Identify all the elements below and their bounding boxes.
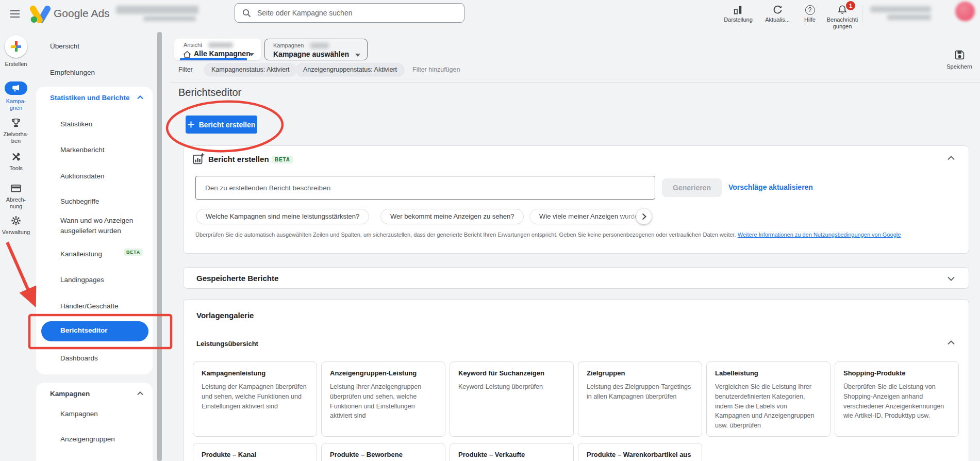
global-search (235, 3, 464, 23)
rail-label-campaigns: Kampa- gnen (0, 98, 32, 111)
sidebar-item-markenbericht[interactable]: Markenbericht (60, 145, 105, 155)
avatar[interactable] (955, 2, 975, 21)
nav-section-campaigns: Kampagnen Kampagnen Anzeigengruppen (36, 383, 153, 461)
template-gallery-panel: Vorlagengalerie Leistungsübersicht Kampa… (183, 299, 969, 461)
rail-item-tools[interactable]: Tools (0, 151, 32, 172)
nav-header-insights[interactable]: Statistiken und Berichte (50, 94, 130, 102)
collapse-section-button[interactable] (948, 339, 955, 347)
credit-card-icon (0, 182, 32, 194)
redacted-user-id (887, 14, 931, 20)
sidebar-item-berichtseditor-label: Berichtseditor (60, 326, 108, 334)
nav-header-campaigns[interactable]: Kampagnen (50, 390, 90, 398)
rail-label-billing: Abrech- nung (0, 196, 32, 210)
template-title: Keyword für Suchanzeigen (458, 369, 565, 377)
megaphone-icon (5, 81, 27, 95)
rail-item-create[interactable]: Erstellen (0, 35, 32, 68)
template-card-produkte-kanal[interactable]: Produkte – Kanal (193, 443, 317, 461)
notification-badge: 1 (846, 1, 855, 10)
template-title: Produkte – Kanal (202, 451, 308, 458)
suggestion-chip-2[interactable]: Wer bekommt meine Anzeigen zu sehen? (380, 209, 524, 224)
chevron-up-icon[interactable] (137, 391, 143, 396)
sidebar-item-suchbegriffe[interactable]: Suchbegriffe (60, 196, 99, 207)
sidebar-item-recommendations[interactable]: Empfehlungen (50, 69, 95, 76)
tools-icon (0, 151, 32, 163)
view-selector-value: Alle Kampagnen (194, 50, 251, 58)
rail-item-campaigns[interactable]: Kampa- gnen (0, 81, 32, 111)
plus-icon (188, 121, 194, 128)
sidebar-item-anzeigengruppen[interactable]: Anzeigengruppen (60, 434, 115, 444)
rail-item-goals[interactable]: Zielvorha- ben (0, 117, 32, 144)
create-report-button[interactable]: Bericht erstellen (186, 116, 257, 134)
template-title: Produkte – Warenkorbartikel aus (587, 451, 693, 458)
notifications-label: Benachrichti gungen (822, 17, 862, 30)
saved-reports-title: Gespeicherte Berichte (196, 274, 278, 283)
suggestion-chip-1[interactable]: Welche Kampagnen sind meine leistungsstä… (196, 209, 369, 224)
template-card-produkte-verkaufte[interactable]: Produkte – Verkaufte (450, 443, 574, 461)
builder-disclaimer: Überprüfen Sie die automatisch ausgewähl… (195, 232, 901, 238)
saved-reports-panel[interactable]: Gespeicherte Berichte (183, 267, 969, 289)
caret-down-icon (249, 53, 254, 56)
report-description-input[interactable] (195, 176, 655, 200)
filter-chip-adgroup-status[interactable]: Anzeigengruppenstatus: Aktiviert (295, 63, 405, 77)
nav-scrollbar[interactable] (157, 32, 162, 461)
sidebar-item-dashboards[interactable]: Dashboards (60, 353, 98, 364)
caret-down-icon (355, 54, 360, 57)
template-card-anzeigengruppen[interactable]: Anzeigengruppen-Leistung Leistung Ihrer … (321, 361, 445, 437)
template-card-zielgruppen[interactable]: Zielgruppen Leistung des Zielgruppen-Tar… (578, 361, 702, 437)
menu-icon[interactable] (8, 8, 22, 21)
content-divider (170, 82, 980, 83)
chevron-up-icon (948, 340, 955, 345)
template-card-produkte-warenkorb[interactable]: Produkte – Warenkorbartikel aus (578, 443, 702, 461)
trophy-icon (0, 117, 32, 129)
create-report-label: Bericht erstellen (199, 121, 256, 129)
template-card-produkte-beworbene[interactable]: Produkte – Beworbene (321, 443, 445, 461)
scroll-suggestions-button[interactable] (636, 209, 652, 224)
rail-label-tools: Tools (0, 165, 32, 172)
template-title: Anzeigengruppen-Leistung (330, 369, 437, 377)
google-ads-app: Google Ads Darstellung Aktualis... ? Hil… (0, 0, 980, 461)
notifications-button[interactable]: 1 Benachrichti gungen (822, 3, 862, 30)
sidebar-item-berichtseditor[interactable]: Berichtseditor (41, 321, 148, 341)
add-filter-button[interactable]: Filter hinzufügen (412, 66, 460, 73)
sidebar-item-kanalleistung[interactable]: Kanalleistung (60, 249, 102, 259)
sidebar-item-auktionsdaten[interactable]: Auktionsdaten (60, 171, 105, 182)
generate-button[interactable]: Generieren (662, 178, 722, 197)
template-title: Shopping-Produkte (843, 369, 950, 377)
chart-appearance-icon (718, 3, 758, 17)
filter-chip-campaign-status[interactable]: Kampagnenstatus: Aktiviert (204, 63, 297, 77)
beta-badge: BETA (272, 156, 293, 163)
rail-item-billing[interactable]: Abrech- nung (0, 182, 32, 210)
view-selector[interactable]: Ansicht Alle Kampagnen (174, 39, 261, 60)
campaign-selector[interactable]: Kampagnen Kampagne auswählen (264, 39, 368, 60)
save-button[interactable]: Speichern (941, 50, 977, 70)
chevron-down-icon (948, 276, 955, 281)
collapse-panel-button[interactable] (948, 154, 955, 162)
chevron-right-icon (642, 213, 646, 220)
template-card-kampagnenleistung[interactable]: Kampagnenleistung Leistung der Kampagnen… (193, 361, 317, 437)
expand-panel-button[interactable] (948, 275, 955, 283)
template-title: Labelleistung (715, 369, 822, 377)
sidebar-item-overview[interactable]: Übersicht (50, 42, 79, 50)
appearance-button[interactable]: Darstellung (718, 3, 758, 23)
sidebar-item-landingpages[interactable]: Landingpages (60, 275, 104, 285)
disclaimer-text: Überprüfen Sie die automatisch ausgewähl… (195, 232, 738, 238)
refresh-suggestions-link[interactable]: Vorschläge aktualisieren (728, 183, 813, 191)
template-title: Kampagnenleistung (202, 369, 308, 377)
top-bar: Google Ads Darstellung Aktualis... ? Hil… (0, 0, 980, 28)
template-card-keyword[interactable]: Keyword für Suchanzeigen Keyword-Leistun… (450, 361, 574, 437)
search-input[interactable] (257, 9, 457, 17)
redacted-user-email (870, 6, 931, 12)
template-title: Zielgruppen (587, 369, 693, 377)
template-card-shopping[interactable]: Shopping-Produkte Überprüfen Sie die Lei… (835, 361, 959, 437)
rail-item-admin[interactable]: Verwaltung (0, 215, 32, 236)
chevron-up-icon[interactable] (137, 95, 143, 100)
sidebar-item-haendler[interactable]: Händler/Geschäfte (60, 301, 119, 311)
sidebar-item-statistiken[interactable]: Statistiken (60, 119, 92, 129)
sidebar-item-wann-und-wo[interactable]: Wann und wo Anzeigen ausgeliefert wurden (60, 216, 138, 236)
sidebar-item-kampagnen[interactable]: Kampagnen (60, 409, 98, 419)
gallery-title: Vorlagengalerie (196, 311, 254, 320)
campaign-selector-label: Kampagnen (273, 42, 304, 48)
terms-link[interactable]: Weitere Informationen zu den Nutzungsbed… (738, 232, 901, 238)
template-card-labelleistung[interactable]: Labelleistung Vergleichen Sie die Leistu… (706, 361, 830, 437)
appearance-label: Darstellung (718, 17, 758, 23)
